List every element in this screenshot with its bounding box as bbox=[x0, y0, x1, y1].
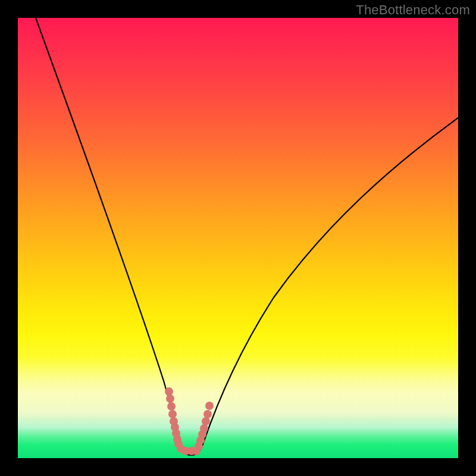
plot-area bbox=[18, 18, 458, 458]
bottleneck-curve bbox=[18, 18, 458, 458]
svg-point-18 bbox=[203, 410, 212, 418]
svg-point-3 bbox=[168, 410, 177, 418]
svg-point-1 bbox=[166, 394, 174, 403]
marker-cluster bbox=[165, 387, 214, 455]
svg-point-2 bbox=[167, 402, 176, 411]
watermark-text: TheBottleneck.com bbox=[356, 2, 470, 18]
svg-point-19 bbox=[205, 402, 214, 410]
outer-frame: TheBottleneck.com bbox=[0, 0, 476, 476]
svg-point-16 bbox=[200, 424, 208, 433]
curve-right-branch bbox=[192, 118, 458, 455]
svg-point-0 bbox=[165, 387, 173, 396]
svg-point-17 bbox=[202, 417, 210, 425]
